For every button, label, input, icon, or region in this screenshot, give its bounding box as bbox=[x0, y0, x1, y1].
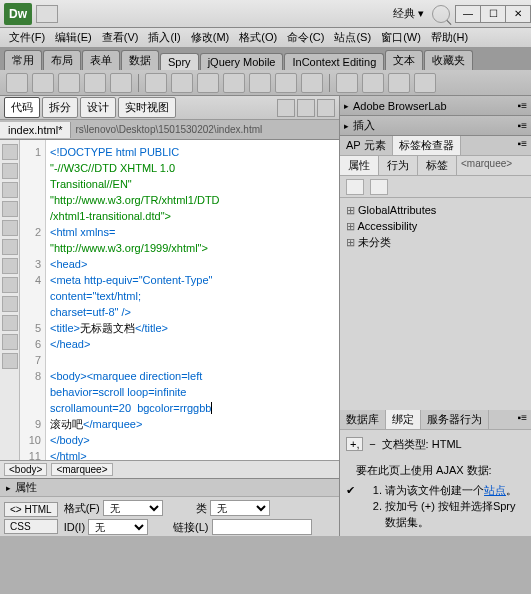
prop-css-tab[interactable]: CSS bbox=[4, 519, 58, 534]
close-button[interactable]: ✕ bbox=[505, 5, 531, 23]
panel-menu-icon[interactable]: ▪≡ bbox=[514, 136, 531, 155]
insert-icon-15[interactable] bbox=[388, 73, 410, 93]
tab-attributes[interactable]: 属性 bbox=[340, 156, 379, 175]
code-tool-icon[interactable] bbox=[2, 220, 18, 236]
tab-database[interactable]: 数据库 bbox=[340, 410, 386, 429]
attribute-tree[interactable]: GlobalAttributes Accessibility 未分类 bbox=[340, 198, 531, 254]
view-tool-icon[interactable] bbox=[297, 99, 315, 117]
insert-tab-bar: 常用 布局 表单 数据 Spry jQuery Mobile InContext… bbox=[0, 48, 531, 70]
prop-class-select[interactable]: 无 bbox=[210, 500, 270, 516]
tab-tag[interactable]: 标签 bbox=[418, 156, 457, 175]
view-live-button[interactable]: 实时视图 bbox=[118, 97, 176, 118]
code-tool-icon[interactable] bbox=[2, 315, 18, 331]
tab-tag-inspector[interactable]: 标签检查器 bbox=[393, 136, 461, 155]
code-tool-icon[interactable] bbox=[2, 144, 18, 160]
menu-command[interactable]: 命令(C) bbox=[282, 30, 329, 45]
code-tool-icon[interactable] bbox=[2, 163, 18, 179]
prop-format-select[interactable]: 无 bbox=[103, 500, 163, 516]
code-tool-icon[interactable] bbox=[2, 239, 18, 255]
tree-uncategorized[interactable]: 未分类 bbox=[346, 234, 525, 250]
insert-icon-bar bbox=[0, 70, 531, 96]
tab-jqm[interactable]: jQuery Mobile bbox=[200, 53, 284, 70]
tab-fav[interactable]: 收藏夹 bbox=[424, 50, 473, 70]
insert-icon-7[interactable] bbox=[171, 73, 193, 93]
tab-layout[interactable]: 布局 bbox=[43, 50, 81, 70]
view-design-button[interactable]: 设计 bbox=[80, 97, 116, 118]
tab-forms[interactable]: 表单 bbox=[82, 50, 120, 70]
line-gutter: 1 2 3 4 5 6 7 8 9 10 11 12 bbox=[20, 140, 46, 460]
panel-adobe-browserlab[interactable]: ▸Adobe BrowserLab▪≡ bbox=[340, 96, 531, 116]
view-code-button[interactable]: 代码 bbox=[4, 97, 40, 118]
code-tool-icon[interactable] bbox=[2, 296, 18, 312]
insert-icon-3[interactable] bbox=[58, 73, 80, 93]
panel-insert[interactable]: ▸插入▪≡ bbox=[340, 116, 531, 136]
view-tool-icon[interactable] bbox=[317, 99, 335, 117]
insert-icon-16[interactable] bbox=[414, 73, 436, 93]
tab-common[interactable]: 常用 bbox=[4, 50, 42, 70]
maximize-button[interactable]: ☐ bbox=[480, 5, 506, 23]
tag-crumb-body[interactable]: <body> bbox=[4, 463, 47, 476]
menu-insert[interactable]: 插入(I) bbox=[143, 30, 185, 45]
menu-bar: 文件(F) 编辑(E) 查看(V) 插入(I) 修改(M) 格式(O) 命令(C… bbox=[0, 28, 531, 48]
remove-binding-button[interactable]: − bbox=[367, 436, 379, 452]
tab-text[interactable]: 文本 bbox=[385, 50, 423, 70]
prop-html-tab[interactable]: <> HTML bbox=[4, 502, 58, 517]
code-tool-icon[interactable] bbox=[2, 182, 18, 198]
tab-behaviors[interactable]: 行为 bbox=[379, 156, 418, 175]
tab-data[interactable]: 数据 bbox=[121, 50, 159, 70]
attr-sort-icon[interactable] bbox=[370, 179, 388, 195]
layout-switch-button[interactable] bbox=[36, 5, 58, 23]
menu-site[interactable]: 站点(S) bbox=[329, 30, 376, 45]
properties-panel-title[interactable]: 属性 bbox=[0, 479, 339, 497]
tab-ice[interactable]: InContext Editing bbox=[284, 53, 384, 70]
menu-edit[interactable]: 编辑(E) bbox=[50, 30, 97, 45]
tree-accessibility[interactable]: Accessibility bbox=[346, 218, 525, 234]
workspace-dropdown[interactable]: 经典▾ bbox=[393, 6, 424, 21]
code-tool-icon[interactable] bbox=[2, 258, 18, 274]
minimize-button[interactable]: — bbox=[455, 5, 481, 23]
insert-icon-1[interactable] bbox=[6, 73, 28, 93]
insert-icon-6[interactable] bbox=[145, 73, 167, 93]
insert-icon-10[interactable] bbox=[249, 73, 271, 93]
insert-icon-4[interactable] bbox=[84, 73, 106, 93]
add-binding-button[interactable]: +, bbox=[346, 437, 363, 451]
ajax-instructions-title: 要在此页上使用 AJAX 数据: bbox=[356, 462, 525, 478]
file-tab[interactable]: index.html* bbox=[0, 122, 71, 138]
insert-icon-11[interactable] bbox=[275, 73, 297, 93]
insert-icon-13[interactable] bbox=[336, 73, 358, 93]
search-icon[interactable] bbox=[432, 5, 450, 23]
insert-icon-12[interactable] bbox=[301, 73, 323, 93]
app-logo: Dw bbox=[4, 3, 32, 25]
tab-bindings[interactable]: 绑定 bbox=[386, 410, 421, 429]
prop-id-select[interactable]: 无 bbox=[88, 519, 148, 535]
code-tool-icon[interactable] bbox=[2, 201, 18, 217]
code-tool-icon[interactable] bbox=[2, 334, 18, 350]
insert-icon-5[interactable] bbox=[110, 73, 132, 93]
menu-view[interactable]: 查看(V) bbox=[97, 30, 144, 45]
insert-icon-14[interactable] bbox=[362, 73, 384, 93]
code-tool-icon[interactable] bbox=[2, 353, 18, 369]
view-split-button[interactable]: 拆分 bbox=[42, 97, 78, 118]
prop-format-label: 格式(F) bbox=[64, 501, 100, 516]
menu-format[interactable]: 格式(O) bbox=[234, 30, 282, 45]
code-tool-icon[interactable] bbox=[2, 277, 18, 293]
menu-file[interactable]: 文件(F) bbox=[4, 30, 50, 45]
tab-spry[interactable]: Spry bbox=[160, 53, 199, 70]
tab-server-behaviors[interactable]: 服务器行为 bbox=[421, 410, 489, 429]
create-site-link[interactable]: 站点 bbox=[484, 484, 506, 496]
insert-icon-2[interactable] bbox=[32, 73, 54, 93]
code-editor[interactable]: <!DOCTYPE html PUBLIC "-//W3C//DTD XHTML… bbox=[46, 140, 339, 460]
menu-window[interactable]: 窗口(W) bbox=[376, 30, 426, 45]
menu-modify[interactable]: 修改(M) bbox=[186, 30, 235, 45]
insert-icon-8[interactable] bbox=[197, 73, 219, 93]
menu-help[interactable]: 帮助(H) bbox=[426, 30, 473, 45]
attr-list-icon[interactable] bbox=[346, 179, 364, 195]
panel-menu-icon[interactable]: ▪≡ bbox=[514, 410, 531, 429]
prop-link-input[interactable] bbox=[212, 519, 312, 535]
tab-ap-elements[interactable]: AP 元素 bbox=[340, 136, 393, 155]
tree-global-attrs[interactable]: GlobalAttributes bbox=[346, 202, 525, 218]
tag-crumb-marquee[interactable]: <marquee> bbox=[51, 463, 112, 476]
prop-id-label: ID(I) bbox=[64, 521, 85, 533]
view-tool-icon[interactable] bbox=[277, 99, 295, 117]
insert-icon-9[interactable] bbox=[223, 73, 245, 93]
